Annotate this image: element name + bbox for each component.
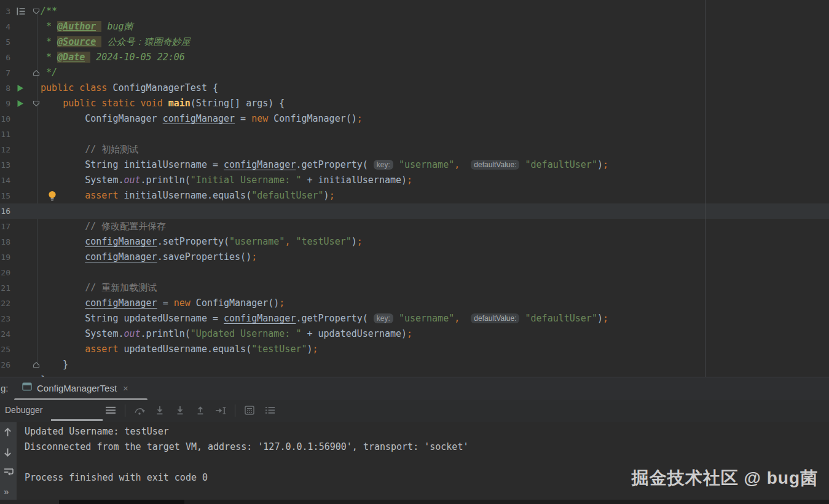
step-into-icon[interactable] <box>154 404 166 417</box>
console-window-icon <box>22 382 32 393</box>
console-toolbar: » <box>0 422 17 500</box>
line-number: 6 <box>0 50 10 65</box>
code-text: } <box>41 357 68 372</box>
debug-toolbar-row: Debugger Console <box>0 400 829 423</box>
line-number: 12 <box>0 142 10 157</box>
run-tab-configmanagertest[interactable]: ConfigManagerTest × <box>22 377 128 398</box>
line-number: 22 <box>0 296 10 311</box>
filter-icon[interactable] <box>264 404 276 417</box>
code-text: configManager = new ConfigManager(); <box>41 296 285 311</box>
gutter-list-icon <box>17 7 25 15</box>
code-text: ConfigManager configManager = new Config… <box>41 111 363 127</box>
console-line: Updated Username: testUser <box>25 424 468 439</box>
ide-window: 3/**4 * @Author bug菌5 * @Source 公众号：猿圈奇妙… <box>0 0 829 504</box>
code-text: configManager.setProperty("username", "t… <box>41 234 363 250</box>
code-text: /** <box>41 4 57 19</box>
code-text: String updatedUsername = configManager.g… <box>41 311 608 326</box>
line-number: 25 <box>0 342 10 357</box>
code-text: // 初始测试 <box>41 142 138 157</box>
tab-debugger[interactable]: Debugger <box>5 400 43 420</box>
code-text: * @Author bug菌 <box>41 19 133 34</box>
run-icon[interactable] <box>17 100 24 108</box>
code-text: public static void main(String[] args) { <box>41 96 285 111</box>
evaluate-expression-icon[interactable] <box>243 404 256 417</box>
line-number: 5 <box>0 34 10 50</box>
run-tab-label: ConfigManagerTest <box>37 383 117 393</box>
line-number: 7 <box>0 65 10 81</box>
scroll-up-icon[interactable] <box>4 427 12 437</box>
line-number: 13 <box>0 157 10 173</box>
code-text: configManager.saveProperties(); <box>41 250 257 265</box>
line-number: 15 <box>0 188 10 203</box>
fold-end-icon[interactable] <box>33 69 40 77</box>
line-number: 18 <box>0 234 10 250</box>
line-number: 16 <box>0 203 10 219</box>
console-line: Disconnected from the target VM, address… <box>25 439 468 455</box>
code-text: System.out.println("Initial Username: " … <box>41 173 412 188</box>
line-number: 3 <box>0 4 10 19</box>
line-number: 21 <box>0 280 10 296</box>
console-output[interactable]: Updated Username: testUserDisconnected f… <box>25 424 468 486</box>
step-out-icon[interactable] <box>194 404 206 417</box>
toolbar-separator <box>125 404 125 417</box>
run-icon[interactable] <box>17 84 24 92</box>
fold-start-icon[interactable] <box>33 100 40 108</box>
code-text: // 重新加载测试 <box>41 280 157 296</box>
toolbar-separator <box>235 404 235 417</box>
debug-tab-strip: g: ConfigManagerTest × <box>0 377 829 401</box>
line-number: 26 <box>0 357 10 372</box>
watermark-text: 掘金技术社区 @ bug菌 <box>632 467 818 490</box>
line-number: 17 <box>0 219 10 234</box>
code-text: */ <box>41 65 57 81</box>
scroll-down-icon[interactable] <box>4 447 12 457</box>
line-number: 4 <box>0 19 10 34</box>
debugger-toolbar-icons <box>104 400 276 420</box>
soft-wrap-icon[interactable] <box>4 467 14 476</box>
code-text: } <box>41 372 46 377</box>
code-text: assert initialUsername.equals("defaultUs… <box>41 188 335 203</box>
line-number: 23 <box>0 311 10 326</box>
fold-end-icon[interactable] <box>33 361 40 369</box>
line-number: 24 <box>0 326 10 342</box>
code-text: String initialUsername = configManager.g… <box>41 157 608 173</box>
code-text: * @Source 公众号：猿圈奇妙屋 <box>41 34 190 50</box>
step-over-icon[interactable] <box>133 404 146 417</box>
code-text: // 修改配置并保存 <box>41 219 166 234</box>
right-margin-guide <box>705 0 705 377</box>
code-text: assert updatedUsername.equals("testUser"… <box>41 342 318 357</box>
more-chevrons-icon[interactable]: » <box>4 487 9 496</box>
hamburger-icon[interactable] <box>104 404 117 417</box>
code-text: * @Date 2024-10-05 22:06 <box>41 50 185 65</box>
line-number: 20 <box>0 265 10 280</box>
bottom-edge-bar <box>0 500 829 504</box>
console-line: Process finished with exit code 0 <box>25 470 468 486</box>
debug-window-label: g: <box>1 383 9 393</box>
run-to-cursor-icon[interactable] <box>214 404 227 417</box>
code-editor[interactable]: 3/**4 * @Author bug菌5 * @Source 公众号：猿圈奇妙… <box>0 0 829 377</box>
console-line <box>25 455 468 470</box>
line-number: 11 <box>0 127 10 142</box>
line-number: 14 <box>0 173 10 188</box>
force-step-into-icon[interactable] <box>174 404 186 417</box>
selected-tab-underline <box>51 419 103 421</box>
close-icon[interactable]: × <box>123 383 128 393</box>
code-text: System.out.println("Updated Username: " … <box>41 326 412 342</box>
line-number: 9 <box>0 96 10 111</box>
line-number: 27 <box>0 372 10 377</box>
fold-start-icon[interactable] <box>33 7 40 15</box>
code-text: public class ConfigManagerTest { <box>41 81 218 96</box>
line-number: 19 <box>0 250 10 265</box>
line-number: 10 <box>0 111 10 127</box>
line-number: 8 <box>0 81 10 96</box>
